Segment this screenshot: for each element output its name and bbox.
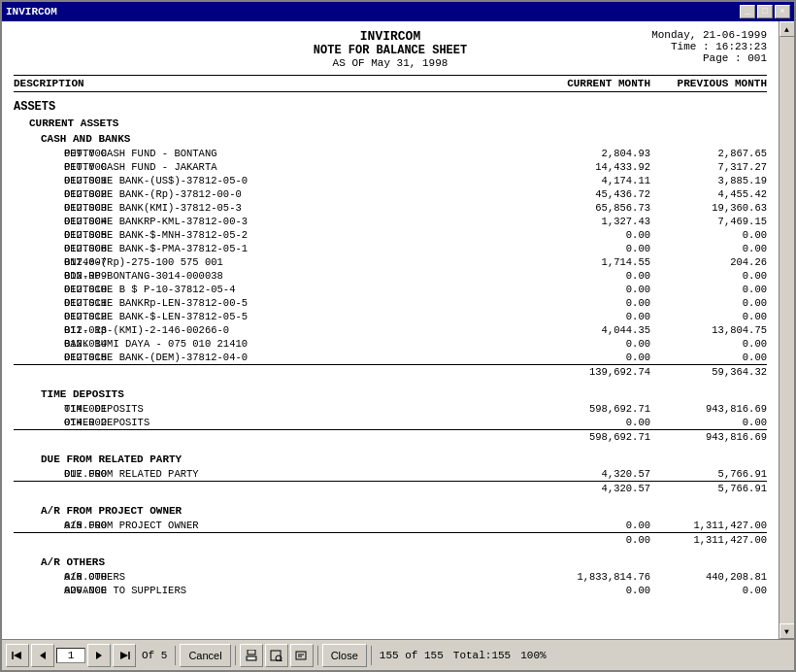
cancel-button[interactable]: Cancel <box>180 644 230 667</box>
table-row: 012.001 DEUTSCHE BANK-(US$)-37812-05-0 4… <box>14 174 767 187</box>
print-preview-button[interactable] <box>265 644 288 667</box>
table-row: 012.002 DEUTSCHE BANK-(Rp)-37812-00-0 45… <box>14 187 767 201</box>
svg-marker-5 <box>120 652 128 659</box>
setup-button[interactable] <box>290 644 314 667</box>
col-description: DESCRIPTION <box>14 78 534 89</box>
of-pages: Of 5 <box>138 650 171 661</box>
footer-toolbar: 1 Of 5 Cancel Close 155 of 155 Total:155… <box>2 639 794 670</box>
record-info: 155 of 155 <box>376 650 448 661</box>
table-row: 012.014 BANK BUMI DAYA - 075 010 21410 0… <box>14 337 767 351</box>
table-row: 012.003 DEUTSCHE BANK(KMI)-37812-05-3 65… <box>14 201 767 215</box>
scroll-track[interactable] <box>779 37 794 623</box>
col-current-month: CURRENT MONTH <box>534 78 650 89</box>
col-previous-month: PREVIOUS MONTH <box>650 78 767 89</box>
table-row: 012.015 DEUTSCHE BANK-(DEM)-37812-04-0 0… <box>14 351 767 364</box>
table-row: 012.007 BNT46-(Rp)-275-100 575 001 1,714… <box>14 255 767 269</box>
print-button[interactable] <box>240 644 263 667</box>
cash-subtotal: 139,692.74 59,364.32 <box>14 364 767 379</box>
due-related-title: DUE FROM RELATED PARTY <box>14 454 767 465</box>
svg-rect-12 <box>296 652 306 659</box>
report-meta: Monday, 21-06-1999 Time : 16:23:23 Page … <box>651 29 767 64</box>
table-row: 014.001 TIME DEPOSITS 598,692.71 943,816… <box>14 402 767 416</box>
separator-4 <box>371 646 372 665</box>
meta-date: Monday, 21-06-1999 <box>651 29 767 41</box>
assets-title: ASSETS <box>14 100 767 114</box>
main-content: INVIRCOM NOTE FOR BALANCE SHEET AS OF Ma… <box>2 21 779 639</box>
close-button[interactable]: Close <box>322 644 367 667</box>
window-title: INVIRCOM <box>6 6 57 17</box>
svg-marker-1 <box>14 652 21 659</box>
svg-rect-8 <box>249 657 254 659</box>
separator-3 <box>317 646 318 665</box>
table-row: 012.012 DEUTSCHE BANK-$-LEN-37812-05-5 0… <box>14 310 767 323</box>
content-area: INVIRCOM NOTE FOR BALANCE SHEET AS OF Ma… <box>2 21 794 639</box>
svg-marker-3 <box>96 652 102 659</box>
first-page-button[interactable] <box>6 644 29 667</box>
meta-page: Page : 001 <box>651 52 767 64</box>
time-deposits-subtotal: 598,692.71 943,816.69 <box>14 429 767 444</box>
table-row: 014.002 OTHER DEPOSITS 0.00 0.00 <box>14 416 767 429</box>
svg-line-11 <box>281 660 282 661</box>
table-row: 012.009 BDN-RP-BONTANG-3014-000038 0.00 … <box>14 269 767 283</box>
cash-banks-title: CASH AND BANKS <box>14 133 767 145</box>
scroll-up-button[interactable]: ▲ <box>779 21 795 37</box>
table-row: 016.000 A/R OTHERS 1,833,814.76 440,208.… <box>14 570 767 584</box>
current-assets-title: CURRENT ASSETS <box>14 118 767 129</box>
scroll-down-button[interactable]: ▼ <box>779 623 795 639</box>
table-row: 015.000 A/R FROM PROJECT OWNER 0.00 1,31… <box>14 519 767 532</box>
zoom-level: 100% <box>516 650 549 661</box>
ar-others-title: A/R OTHERS <box>14 556 767 568</box>
title-bar-buttons: _ □ × <box>740 5 790 18</box>
report-header: INVIRCOM NOTE FOR BALANCE SHEET AS OF Ma… <box>14 29 767 69</box>
due-related-subtotal: 4,320.57 5,766.91 <box>14 481 767 495</box>
meta-time: Time : 16:23:23 <box>651 41 767 52</box>
ar-project-title: A/R FROM PROJECT OWNER <box>14 505 767 517</box>
title-bar: INVIRCOM _ □ × <box>2 2 794 21</box>
maximize-button[interactable]: □ <box>757 5 773 18</box>
total-label: Total:155 <box>449 650 514 661</box>
table-row: 012.013 BII- Rp-(KMI)-2-146-00266-0 4,04… <box>14 323 767 337</box>
svg-rect-7 <box>248 650 255 655</box>
table-row: 012.006 DEUTSCHE BANK-$-PMA-37812-05-1 0… <box>14 242 767 255</box>
table-row: 020.000 ADVANCE TO SUPPLIERS 0.00 0.00 <box>14 584 767 597</box>
table-row: 012.011 DEUTSCHE BANKRp-LEN-37812-00-5 0… <box>14 296 767 310</box>
separator-1 <box>175 646 176 665</box>
table-row: 010.000 PETTY CASH FUND - JAKARTA 14,433… <box>14 160 767 174</box>
main-window: INVIRCOM _ □ × INVIRCOM NOTE FOR BALANCE… <box>0 0 796 672</box>
vertical-scrollbar: ▲ ▼ <box>779 21 794 639</box>
next-page-button[interactable] <box>87 644 111 667</box>
ar-project-subtotal: 0.00 1,311,427.00 <box>14 532 767 547</box>
minimize-button[interactable]: _ <box>740 5 755 18</box>
last-page-button[interactable] <box>113 644 136 667</box>
table-row: 012.010 DEUTSCHE B $ P-10-37812-05-4 0.0… <box>14 283 767 296</box>
column-headers: DESCRIPTION CURRENT MONTH PREVIOUS MONTH <box>14 75 767 92</box>
close-window-button[interactable]: × <box>775 5 790 18</box>
table-row: 009.000 PETTY CASH FUND - BONTANG 2,804.… <box>14 147 767 160</box>
prev-page-button[interactable] <box>31 644 54 667</box>
time-deposits-title: TIME DEPOSITS <box>14 388 767 400</box>
table-row: 012.005 DEUTSCHE BANK-$-MNH-37812-05-2 0… <box>14 228 767 242</box>
table-row: 017.000 DUE FROM RELATED PARTY 4,320.57 … <box>14 467 767 481</box>
table-row: 012.004 DEUTSCHE BANKRP-KML-37812-00-3 1… <box>14 215 767 228</box>
page-indicator: 1 <box>56 648 85 663</box>
svg-marker-2 <box>40 652 46 659</box>
separator-2 <box>235 646 236 665</box>
